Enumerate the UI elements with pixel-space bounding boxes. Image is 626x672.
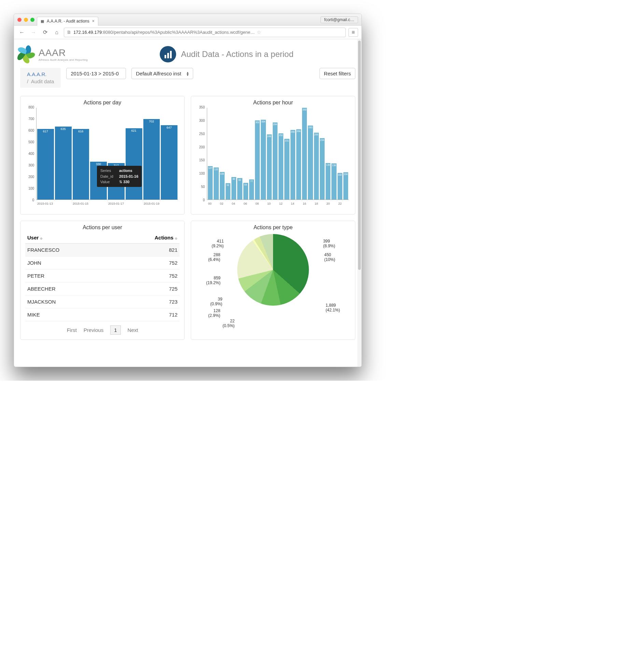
url-host: 172.16.49.179 — [73, 30, 102, 35]
breadcrumb-root[interactable]: A.A.A.R. — [27, 71, 54, 77]
minimize-icon[interactable] — [24, 18, 28, 22]
pager-first[interactable]: First — [67, 327, 77, 333]
tab-title: A.A.A.R. - Audit actions — [47, 19, 89, 24]
sort-updown-icon: ⇅ — [119, 180, 122, 184]
bar[interactable]: 127 — [208, 166, 213, 200]
col-user[interactable]: User◆ — [25, 232, 114, 244]
browser-tab[interactable]: ▦ A.A.A.R. - Audit actions × — [37, 17, 98, 26]
table-row[interactable]: MJACKSON723 — [25, 295, 180, 308]
bar-label: 702 — [149, 120, 154, 123]
cell-actions: 712 — [114, 308, 180, 321]
chart-tooltip: Series actions Date_id 2015-01-16 Value … — [97, 166, 142, 187]
pager-page[interactable]: 1 — [110, 325, 120, 335]
panel-actions-per-day: Actions per day 010020030040050060070080… — [20, 96, 185, 215]
table-row[interactable]: MIKE712 — [25, 308, 180, 321]
bar[interactable]: 104 — [343, 172, 348, 200]
url-bar[interactable]: 🗎 172.16.49.179:8080/pentaho/api/repos/%… — [64, 28, 346, 37]
bar[interactable]: 248 — [267, 134, 272, 200]
bar[interactable]: 647 — [161, 125, 177, 200]
table-row[interactable]: JOHN752 — [25, 257, 180, 269]
bar[interactable]: 266 — [290, 130, 295, 200]
logo-subtitle: Alfresco Audit Analysis and Reporting — [39, 58, 88, 61]
cell-actions: 821 — [114, 244, 180, 257]
instance-select[interactable]: Default Alfresco inst ▴▾ — [131, 68, 193, 79]
bar-label: 234 — [320, 139, 324, 141]
y-axis: 0100200300400500600700800 — [25, 107, 35, 200]
bar[interactable]: 102 — [338, 173, 342, 200]
browser-toolbar: ← → ⟳ ⌂ 🗎 172.16.49.179:8080/pentaho/api… — [14, 26, 361, 39]
bar[interactable]: 82 — [237, 178, 242, 200]
header: AAAR Alfresco Audit Analysis and Reporti… — [20, 43, 355, 66]
cell-user: PETER — [25, 269, 114, 282]
chart-hour[interactable]: 050100150200250300350 127122106628682647… — [196, 107, 350, 209]
bar[interactable]: 62 — [226, 183, 230, 200]
window-controls — [17, 18, 34, 22]
bookmark-star-icon[interactable]: ☆ — [257, 29, 261, 35]
bar-label: 104 — [344, 173, 348, 175]
cell-actions: 752 — [114, 269, 180, 282]
bar[interactable]: 350 — [302, 108, 307, 200]
bar-label: 64 — [244, 184, 247, 186]
bar[interactable]: 255 — [314, 133, 319, 200]
forward-button[interactable]: → — [29, 28, 38, 37]
bar-label: 283 — [309, 126, 313, 129]
scrollbar[interactable] — [357, 39, 361, 367]
home-button[interactable]: ⌂ — [52, 28, 61, 37]
bar[interactable]: 231 — [284, 139, 289, 200]
col-actions[interactable]: Actions◆ — [114, 232, 180, 244]
bar[interactable]: 621 — [126, 128, 142, 200]
bar[interactable]: 252 — [279, 133, 283, 200]
bar[interactable]: 635 — [55, 127, 72, 200]
dashboard-grid: Actions per day 010020030040050060070080… — [20, 96, 355, 340]
bar[interactable]: 122 — [214, 167, 218, 200]
bar[interactable]: 77 — [249, 179, 254, 200]
reset-filters-button[interactable]: Reset filters — [319, 68, 355, 79]
titlebar: ▦ A.A.A.R. - Audit actions × fcorti@gmai… — [14, 14, 361, 26]
bar[interactable]: 139 — [326, 163, 330, 200]
bar-label: 86 — [232, 178, 235, 180]
bar-label: 255 — [314, 133, 318, 136]
cell-user: MIKE — [25, 308, 114, 321]
table-row[interactable]: ABEECHER725 — [25, 282, 180, 295]
reload-button[interactable]: ⟳ — [41, 28, 49, 37]
bar[interactable]: 106 — [220, 172, 225, 200]
bar[interactable]: 294 — [273, 122, 278, 200]
browser-window: ▦ A.A.A.R. - Audit actions × fcorti@gmai… — [14, 14, 362, 367]
bar[interactable]: 304 — [261, 120, 266, 200]
user-badge[interactable]: fcorti@gmail.c… — [321, 16, 358, 23]
bar-label: 268 — [297, 130, 301, 132]
sort-icon: ◆ — [40, 236, 43, 240]
bar-label: 350 — [302, 108, 307, 111]
bar[interactable]: 702 — [143, 119, 160, 200]
bar[interactable]: 283 — [308, 126, 313, 200]
bar[interactable]: 302 — [255, 120, 260, 200]
bar[interactable]: 64 — [243, 183, 248, 200]
bar[interactable]: 268 — [296, 129, 301, 200]
logo: AAAR Alfresco Audit Analysis and Reporti… — [20, 46, 88, 62]
close-tab-icon[interactable]: × — [92, 19, 95, 24]
cell-actions: 723 — [114, 295, 180, 308]
pie-label: 399(8.9%) — [323, 239, 335, 249]
bar-label: 302 — [255, 121, 259, 123]
menu-button[interactable]: ≡ — [348, 28, 358, 37]
bar[interactable]: 617 — [37, 129, 54, 200]
chevron-updown-icon: ▴▾ — [187, 71, 189, 76]
date-range-input[interactable] — [66, 68, 126, 79]
back-button[interactable]: ← — [17, 28, 26, 37]
panel-actions-per-user: Actions per user User◆ Actions◆ FRANCESC… — [20, 221, 185, 340]
table-row[interactable]: PETER752 — [25, 269, 180, 282]
bar[interactable]: 86 — [231, 177, 236, 200]
bar[interactable]: 138 — [331, 163, 336, 200]
close-icon[interactable] — [17, 18, 22, 22]
bar-label: 294 — [273, 123, 277, 126]
pager-next[interactable]: Next — [128, 327, 138, 333]
pie-label: 288(6.4%) — [208, 252, 220, 262]
maximize-icon[interactable] — [30, 18, 34, 22]
bar[interactable]: 234 — [320, 138, 325, 200]
pager-prev[interactable]: Previous — [84, 327, 103, 333]
chart-day[interactable]: 0100200300400500600700800 61763561633031… — [25, 107, 180, 209]
bar[interactable]: 616 — [73, 129, 89, 200]
scrollbar-thumb[interactable] — [358, 41, 361, 270]
panel-title: Actions per hour — [196, 100, 350, 106]
table-row[interactable]: FRANCESCO821 — [25, 244, 180, 257]
